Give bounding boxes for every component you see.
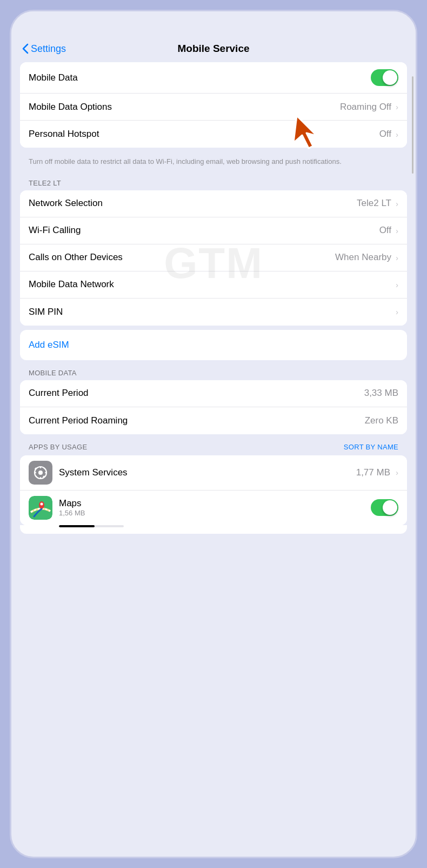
maps-progress-bar	[59, 525, 124, 527]
sim-pin-row[interactable]: SIM PIN ›	[20, 299, 407, 326]
current-period-roaming-row: Current Period Roaming Zero KB	[20, 407, 407, 434]
mobile-data-card: Mobile Data Mobile Data Options Roaming …	[20, 62, 407, 148]
current-period-label: Current Period	[29, 388, 89, 399]
network-selection-row[interactable]: Network Selection Tele2 LT ›	[20, 190, 407, 217]
chevron-icon: ›	[396, 226, 398, 235]
chevron-icon: ›	[396, 307, 398, 316]
current-period-roaming-label: Current Period Roaming	[29, 415, 128, 426]
maps-progress-container	[20, 525, 407, 534]
mobile-data-network-label: Mobile Data Network	[29, 279, 114, 290]
maps-row[interactable]: Maps 1,56 MB	[20, 491, 407, 525]
maps-info: Maps 1,56 MB	[59, 498, 85, 517]
back-button[interactable]: Settings	[22, 43, 66, 55]
calls-other-devices-value: When Nearby ›	[335, 252, 398, 263]
wifi-calling-value: Off ›	[379, 225, 398, 236]
system-services-value: 1,77 MB	[356, 467, 390, 478]
mobile-data-toggle[interactable]	[371, 69, 398, 86]
sim-pin-label: SIM PIN	[29, 307, 63, 317]
apps-by-usage-label: APPS BY USAGE	[29, 443, 87, 451]
system-services-right: 1,77 MB ›	[356, 467, 398, 478]
sim-pin-value: ›	[395, 307, 398, 316]
back-label: Settings	[31, 43, 66, 55]
maps-name: Maps	[59, 498, 85, 509]
current-period-value: 3,33 MB	[364, 388, 398, 399]
system-services-left: System Services	[29, 461, 128, 485]
sort-by-name-button[interactable]: SORT BY NAME	[344, 443, 398, 451]
maps-size: 1,56 MB	[59, 509, 85, 517]
chevron-icon: ›	[396, 199, 398, 208]
mobile-data-options-label: Mobile Data Options	[29, 102, 112, 112]
apps-card: System Services 1,77 MB ›	[20, 455, 407, 525]
svg-rect-4	[34, 472, 36, 473]
network-selection-label: Network Selection	[29, 198, 103, 209]
mobile-data-row[interactable]: Mobile Data	[20, 62, 407, 94]
chevron-icon: ›	[396, 468, 398, 477]
mobile-data-options-value: Roaming Off ›	[340, 102, 398, 112]
add-esim-label: Add eSIM	[29, 340, 69, 350]
maps-left: Maps 1,56 MB	[29, 496, 85, 520]
svg-rect-2	[40, 466, 41, 468]
mobile-data-description: Turn off mobile data to restrict all dat…	[20, 152, 407, 175]
toggle-knob	[383, 70, 397, 85]
chevron-icon: ›	[396, 253, 398, 262]
chevron-icon: ›	[396, 280, 398, 289]
calls-other-devices-label: Calls on Other Devices	[29, 252, 123, 263]
svg-rect-3	[40, 477, 41, 479]
current-period-roaming-value: Zero KB	[365, 415, 398, 426]
svg-point-1	[38, 471, 43, 475]
mobile-data-label: Mobile Data	[29, 72, 78, 83]
mobile-data-network-value: ›	[395, 280, 398, 289]
mobile-data-network-row[interactable]: Mobile Data Network ›	[20, 271, 407, 299]
network-selection-value: Tele2 LT ›	[357, 198, 398, 209]
status-bar	[11, 11, 416, 38]
wifi-calling-label: Wi-Fi Calling	[29, 225, 81, 236]
maps-progress-fill	[59, 525, 95, 527]
personal-hotspot-row[interactable]: Personal Hotspot Off ›	[20, 121, 407, 148]
mobile-data-options-row[interactable]: Mobile Data Options Roaming Off ›	[20, 94, 407, 121]
chevron-icon: ›	[396, 130, 398, 139]
scrollbar[interactable]	[412, 76, 413, 174]
system-services-row[interactable]: System Services 1,77 MB ›	[20, 455, 407, 491]
mobile-data-section-header: MOBILE DATA	[20, 365, 407, 380]
personal-hotspot-value: Off ›	[379, 129, 398, 140]
maps-right	[371, 499, 398, 516]
nav-bar: Settings Mobile Service	[11, 38, 416, 62]
system-services-info: System Services	[59, 467, 128, 478]
svg-point-13	[41, 502, 43, 505]
data-usage-card: Current Period 3,33 MB Current Period Ro…	[20, 380, 407, 434]
tele2-section-header: TELE2 LT	[20, 175, 407, 190]
page-title: Mobile Service	[177, 43, 249, 55]
maps-icon	[29, 496, 52, 520]
tele2-card: Network Selection Tele2 LT › Wi-Fi Calli…	[20, 190, 407, 326]
maps-toggle-knob	[383, 500, 397, 515]
personal-hotspot-label: Personal Hotspot	[29, 129, 99, 140]
page-content: Mobile Data Mobile Data Options Roaming …	[11, 62, 416, 550]
system-services-name: System Services	[59, 467, 128, 478]
calls-other-devices-row[interactable]: Calls on Other Devices When Nearby ›	[20, 244, 407, 271]
current-period-row: Current Period 3,33 MB	[20, 380, 407, 407]
system-services-icon	[29, 461, 52, 485]
add-esim-button[interactable]: Add eSIM	[20, 330, 407, 360]
maps-toggle[interactable]	[371, 499, 398, 516]
apps-header-row: APPS BY USAGE SORT BY NAME	[20, 439, 407, 455]
wifi-calling-row[interactable]: Wi-Fi Calling Off ›	[20, 217, 407, 244]
svg-rect-5	[45, 472, 47, 473]
chevron-icon: ›	[396, 102, 398, 111]
